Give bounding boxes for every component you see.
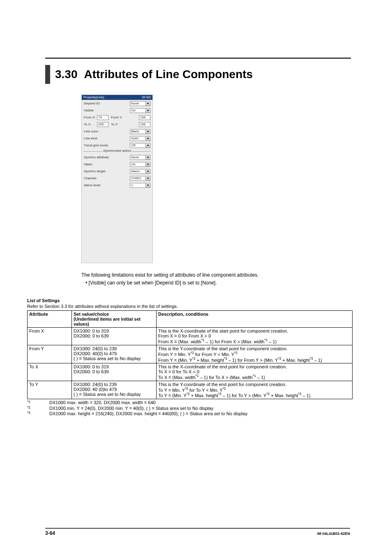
value-value: On	[131, 162, 136, 166]
visible-combo[interactable]: On	[130, 108, 150, 113]
footnotes: *1DX1000 max. width = 320, DX2000 max. w…	[27, 400, 376, 417]
cell-attribute: From Y	[28, 345, 72, 363]
fn2-mark: *2	[27, 406, 49, 412]
line-kind-value: Solid	[131, 136, 138, 140]
chevron-down-icon[interactable]	[145, 136, 150, 141]
cell-description: This is the Y-coordinate of the start po…	[157, 345, 353, 363]
alarm-level-combo[interactable]: 1	[130, 183, 150, 188]
intro-bullet1: [Visible] can only be set when [Depend I…	[89, 280, 217, 286]
section-number: 3.30	[55, 68, 78, 81]
list-settings-sub: Refer to Section 3.3 for attributes with…	[27, 304, 376, 309]
line-color-combo[interactable]: Black	[130, 129, 150, 134]
to-x-label: To X:	[84, 123, 97, 126]
from-y-label: From Y:	[111, 116, 124, 119]
alarm-level-value: 1	[131, 183, 133, 187]
to-y-label: To Y:	[111, 123, 124, 126]
value-combo[interactable]: On	[130, 162, 150, 167]
settings-table: Attribute Set value/choice(Underlined it…	[27, 310, 353, 399]
sync-target-combo[interactable]: Alarm	[130, 169, 150, 174]
visible-value: On	[131, 109, 136, 112]
panel-id: ID=62	[142, 95, 151, 100]
chevron-down-icon[interactable]	[145, 102, 150, 106]
page-footer: 3-64 IM 04L41B01-62EN	[45, 528, 350, 536]
value-label: Value:	[84, 162, 108, 166]
table-row: To YDX1000: 24(0) to 239DX2000: 40 (0)to…	[28, 381, 353, 399]
sync-attr-label: Synchro attribute:	[84, 155, 113, 159]
table-row: From XDX1000: 0 to 319DX2000: 0 to 639Th…	[28, 328, 353, 345]
depend-id-value: None	[131, 102, 139, 105]
cell-description: This is the X-coordinate of the start po…	[157, 328, 353, 345]
cell-description: This is the X-coordinate of the end poin…	[157, 363, 353, 381]
col-description: Description, conditions	[157, 311, 353, 328]
line-kind-combo[interactable]: Solid	[130, 136, 150, 141]
fn1-text: DX1000 max. width = 320, DX2000 max. wid…	[49, 400, 156, 406]
fn1-mark: *1	[27, 400, 49, 406]
property-panel: Property(Line) ID=62 Depend ID: None Vis…	[81, 95, 153, 263]
cell-description: This is the Y-coordinate of the end poin…	[157, 381, 353, 399]
cell-attribute: To Y	[28, 381, 72, 399]
cell-setvalue: DX1000: 24(0) to 239DX2000: 40(0) to 479…	[72, 345, 157, 363]
col-attribute: Attribute	[28, 311, 72, 328]
channel-value: CH001	[131, 176, 141, 180]
sync-target-value: Alarm	[131, 169, 140, 173]
to-y-input[interactable]: 156	[139, 122, 150, 127]
top-rule	[45, 58, 351, 59]
line-color-label: Line color:	[84, 130, 108, 133]
table-row: To XDX1000: 0 to 319DX2000: 0 to 639This…	[28, 363, 353, 381]
channel-label: Channel:	[84, 176, 108, 180]
cell-setvalue: DX1000: 0 to 319DX2000: 0 to 639	[72, 328, 157, 345]
to-x-input[interactable]: 205	[97, 122, 108, 127]
channel-combo[interactable]: CH001	[130, 176, 150, 181]
trend-grid-value: Off	[131, 143, 136, 147]
col-setvalue-text: Set value/choice(Underlined items are in…	[74, 312, 141, 326]
chevron-down-icon[interactable]	[145, 176, 150, 180]
col-setvalue: Set value/choice(Underlined items are in…	[72, 311, 157, 328]
from-x-label: From X:	[84, 116, 97, 119]
cell-attribute: To X	[28, 363, 72, 381]
chevron-down-icon[interactable]	[145, 109, 150, 113]
cell-attribute: From X	[28, 328, 72, 345]
visible-label: Visible:	[84, 109, 108, 112]
line-kind-label: Line kind:	[84, 136, 108, 140]
trend-grid-combo[interactable]: Off	[130, 143, 150, 148]
chevron-down-icon[interactable]	[145, 155, 150, 160]
bullet-mark: •	[85, 280, 89, 286]
fn2-text: DX1000 min. Y = 24(0), DX2000 min. Y = 4…	[49, 406, 213, 412]
chevron-down-icon[interactable]	[145, 183, 150, 187]
from-x-input[interactable]: 74	[97, 115, 108, 120]
table-row: From YDX1000: 24(0) to 239DX2000: 40(0) …	[28, 345, 353, 363]
cell-setvalue: DX1000: 24(0) to 239DX2000: 40 (0)to 479…	[72, 381, 157, 399]
trend-grid-label: Trend grid mode:	[84, 143, 113, 147]
depend-id-combo[interactable]: None	[130, 101, 150, 106]
cell-setvalue: DX1000: 0 to 319DX2000: 0 to 639	[72, 363, 157, 381]
sync-target-label: Synchro target:	[84, 169, 113, 173]
sync-attr-combo[interactable]: None	[130, 155, 150, 160]
section-heading: 3.30 Attributes of Line Components	[45, 65, 253, 84]
fn3-text: DX1000 max. height = 216(240), DX2000 ma…	[49, 411, 247, 417]
chevron-down-icon[interactable]	[145, 162, 150, 166]
panel-titlebar: Property(Line) ID=62	[82, 95, 152, 100]
doc-id: IM 04L41B01-62EN	[317, 532, 350, 536]
chevron-down-icon[interactable]	[145, 130, 150, 134]
sync-section-label: Synchronize action	[82, 149, 152, 154]
list-settings-heading: List of Settings	[27, 298, 376, 303]
sync-attr-value: None	[131, 155, 139, 159]
fn3-mark: *3	[27, 411, 49, 417]
chevron-down-icon[interactable]	[145, 143, 150, 148]
line-color-value: Black	[131, 130, 139, 133]
depend-id-label: Depend ID:	[84, 102, 108, 105]
page-number: 3-64	[45, 530, 55, 536]
intro-text: The following limitations exist for sett…	[81, 271, 376, 287]
section-title: Attributes of Line Components	[84, 68, 253, 81]
chevron-down-icon[interactable]	[145, 169, 150, 173]
alarm-level-label: Alarm level:	[84, 183, 108, 187]
panel-title: Property(Line)	[83, 95, 104, 100]
from-y-input[interactable]: 156	[139, 115, 150, 120]
intro-line1: The following limitations exist for sett…	[81, 271, 376, 279]
title-bar	[45, 65, 50, 84]
